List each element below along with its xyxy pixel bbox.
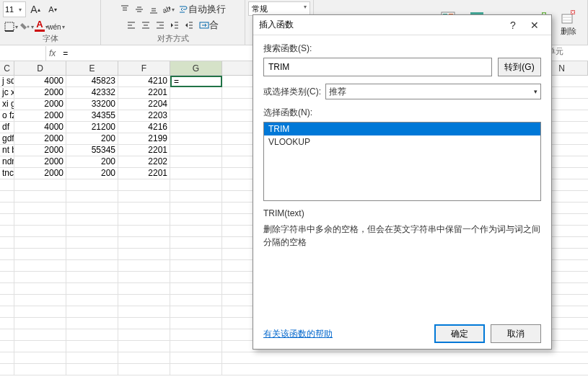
number-format-combo[interactable]: 常规▾ [248,1,310,16]
cell[interactable] [14,329,66,341]
function-item-vlookup[interactable]: VLOOKUP [264,135,540,148]
cell[interactable] [0,260,14,272]
cell[interactable]: 2204 [118,99,170,110]
cell[interactable]: jc xj [0,87,14,99]
cancel-button[interactable]: 取消 [491,324,541,343]
cell[interactable] [14,306,66,318]
cell[interactable] [118,237,170,249]
cell[interactable] [14,249,66,260]
cell[interactable] [0,295,14,306]
cell[interactable] [14,341,66,352]
cell[interactable] [118,364,170,375]
delete-cells-button[interactable]: 删除 [553,1,584,43]
cell[interactable] [118,272,170,283]
cell[interactable] [14,237,66,249]
cell[interactable] [0,341,14,352]
cell[interactable] [14,179,66,191]
cell[interactable] [170,156,222,168]
cell[interactable] [14,352,66,364]
function-help-link[interactable]: 有关该函数的帮助 [263,328,429,340]
cell[interactable] [170,364,222,375]
col-header-c[interactable]: C [0,61,14,75]
cell[interactable] [118,226,170,237]
cell[interactable] [0,318,14,329]
cell[interactable]: 33200 [66,99,118,110]
cell[interactable] [66,283,118,295]
col-header-d[interactable]: D [14,61,66,75]
cell[interactable] [170,203,222,214]
cell[interactable] [170,341,222,352]
cell[interactable] [66,226,118,237]
cell[interactable] [170,110,222,122]
cell[interactable]: 2000 [14,133,66,145]
goto-button[interactable]: 转到(G) [498,58,541,76]
cell[interactable] [170,306,222,318]
cell[interactable]: 200 [66,133,118,145]
cell[interactable] [170,168,222,179]
cell[interactable] [170,99,222,110]
cell[interactable] [0,179,14,191]
cell[interactable] [0,329,14,341]
cell[interactable] [0,283,14,295]
cell[interactable] [66,272,118,283]
cell[interactable] [170,145,222,156]
orientation-button[interactable]: ab ▾ [161,1,175,17]
cell[interactable] [66,214,118,226]
cell[interactable]: 4000 [14,76,66,87]
cell[interactable] [66,352,118,364]
cell[interactable]: 2000 [14,87,66,99]
cell[interactable] [66,249,118,260]
cell[interactable] [0,214,14,226]
cell[interactable] [0,306,14,318]
cell[interactable] [118,179,170,191]
cell[interactable] [0,226,14,237]
cell[interactable] [0,237,14,249]
cell[interactable]: 200 [66,168,118,179]
cell[interactable]: 2201 [118,145,170,156]
cell[interactable] [170,283,222,295]
cell[interactable]: 55345 [66,145,118,156]
cell[interactable] [118,214,170,226]
cell[interactable] [118,306,170,318]
close-icon[interactable]: ✕ [524,19,545,31]
cell[interactable]: nt b [0,145,14,156]
decrease-font-button[interactable]: A▾ [45,1,61,17]
cell[interactable] [170,191,222,203]
cell[interactable] [66,318,118,329]
cell[interactable]: xi g [0,99,14,110]
cell[interactable] [66,306,118,318]
cell[interactable] [14,226,66,237]
cell[interactable]: 2000 [14,168,66,179]
cell[interactable]: 21200 [66,122,118,133]
cell[interactable] [170,226,222,237]
cell[interactable]: 200 [66,156,118,168]
cell[interactable] [170,272,222,283]
cell[interactable] [14,260,66,272]
increase-font-button[interactable]: A▴ [27,1,43,17]
function-item-trim[interactable]: TRIM [264,123,540,135]
cell[interactable] [66,203,118,214]
cell[interactable] [118,203,170,214]
cell[interactable] [118,341,170,352]
cell[interactable]: j sd [0,76,14,87]
cell[interactable] [14,283,66,295]
cell[interactable] [118,283,170,295]
cell[interactable]: o fz [0,110,14,122]
cell[interactable]: 2000 [14,156,66,168]
cell[interactable] [66,329,118,341]
cell[interactable] [14,203,66,214]
cell[interactable]: 2203 [118,110,170,122]
function-list[interactable]: TRIM VLOOKUP [263,122,541,201]
cell[interactable] [66,260,118,272]
cell[interactable] [118,260,170,272]
cell[interactable] [118,329,170,341]
cell[interactable]: 4216 [118,122,170,133]
cell[interactable] [118,249,170,260]
cell[interactable] [66,364,118,375]
align-bottom-button[interactable] [146,1,161,17]
cell[interactable] [66,295,118,306]
cell[interactable] [66,237,118,249]
cell[interactable] [170,295,222,306]
cell[interactable] [170,87,222,99]
wrap-text-button[interactable]: 自动换行 [175,1,229,17]
